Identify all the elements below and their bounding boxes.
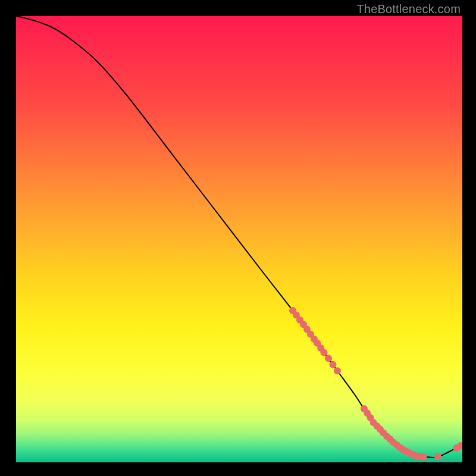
marker-dot bbox=[434, 453, 441, 460]
chart-stage: TheBottleneck.com bbox=[0, 0, 476, 476]
marker-dot bbox=[420, 453, 427, 461]
watermark-label: TheBottleneck.com bbox=[356, 2, 461, 16]
marker-dot bbox=[321, 349, 328, 356]
marker-dot bbox=[334, 367, 341, 374]
highlight-markers bbox=[289, 307, 462, 461]
plot-area bbox=[16, 16, 462, 462]
bottleneck-curve bbox=[16, 16, 462, 458]
marker-dot bbox=[330, 361, 337, 368]
marker-dot bbox=[325, 355, 332, 362]
plot-inner bbox=[16, 16, 462, 462]
curve-layer bbox=[16, 16, 462, 462]
